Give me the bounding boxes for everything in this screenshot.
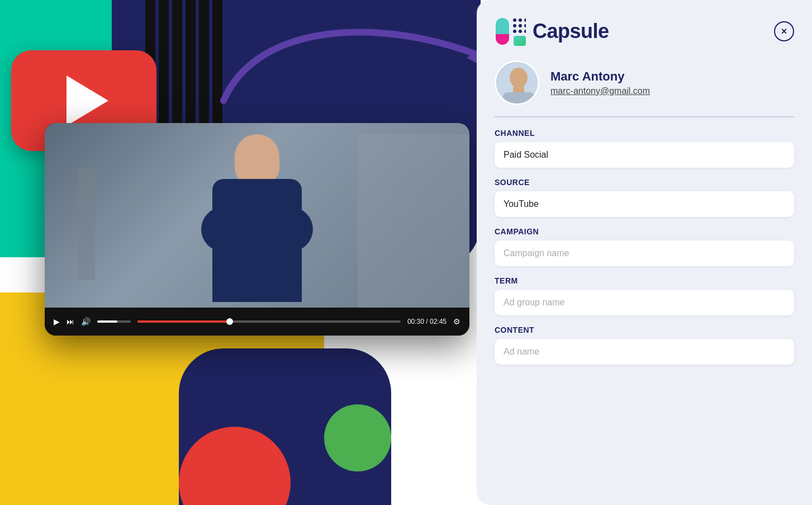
avatar-image bbox=[496, 62, 539, 105]
svg-rect-11 bbox=[514, 36, 526, 46]
svg-point-5 bbox=[513, 24, 516, 27]
progress-bar[interactable] bbox=[137, 320, 401, 323]
avatar bbox=[495, 60, 539, 105]
svg-point-8 bbox=[513, 30, 516, 33]
play-button[interactable]: ▶ bbox=[54, 317, 60, 326]
svg-point-6 bbox=[519, 24, 522, 27]
user-section: Marc Antony marc-antony@gmail.com bbox=[495, 60, 794, 117]
channel-field-group: CHANNEL bbox=[495, 129, 794, 168]
left-panel: ▶ ⏭ 🔊 00:30 / 02:45 ⚙ bbox=[0, 0, 481, 505]
term-label: TERM bbox=[495, 276, 794, 285]
bg-green-circle-shape bbox=[324, 404, 391, 471]
person-figure bbox=[196, 134, 319, 308]
video-controls: ▶ ⏭ 🔊 00:30 / 02:45 ⚙ bbox=[45, 308, 469, 336]
user-name: Marc Antony bbox=[550, 69, 794, 84]
volume-fill bbox=[97, 320, 117, 323]
volume-bar[interactable] bbox=[97, 320, 131, 323]
video-frame bbox=[45, 123, 469, 308]
svg-point-3 bbox=[519, 18, 522, 22]
source-field-group: SOURCE bbox=[495, 178, 794, 217]
svg-point-2 bbox=[513, 18, 516, 22]
content-label: CONTENT bbox=[495, 325, 794, 334]
person-head bbox=[235, 134, 279, 185]
capsule-panel: Capsule × Marc Antony marc-antony@gmail.… bbox=[477, 0, 812, 505]
svg-rect-1 bbox=[496, 18, 509, 45]
capsule-header: Capsule × bbox=[495, 16, 794, 47]
arrow-decoration bbox=[212, 11, 481, 123]
campaign-field-group: CAMPAIGN bbox=[495, 227, 794, 266]
channel-label: CHANNEL bbox=[495, 129, 794, 138]
youtube-play-icon bbox=[67, 75, 108, 126]
shelf-background bbox=[358, 134, 469, 308]
capsule-logo-icon bbox=[495, 16, 526, 47]
video-player[interactable]: ▶ ⏭ 🔊 00:30 / 02:45 ⚙ bbox=[45, 123, 469, 336]
next-button[interactable]: ⏭ bbox=[67, 317, 74, 326]
user-info: Marc Antony marc-antony@gmail.com bbox=[550, 69, 794, 96]
source-label: SOURCE bbox=[495, 178, 794, 187]
lamp-decoration bbox=[78, 168, 95, 280]
term-input[interactable] bbox=[495, 290, 794, 315]
campaign-input[interactable] bbox=[495, 240, 794, 266]
capsule-logo-area: Capsule bbox=[495, 16, 609, 47]
svg-point-4 bbox=[524, 18, 526, 22]
progress-fill bbox=[137, 320, 230, 323]
close-button[interactable]: × bbox=[774, 21, 794, 41]
svg-point-10 bbox=[524, 30, 526, 33]
svg-point-7 bbox=[524, 24, 526, 27]
content-field-group: CONTENT bbox=[495, 325, 794, 365]
channel-input[interactable] bbox=[495, 142, 794, 168]
svg-point-13 bbox=[510, 68, 528, 88]
settings-icon[interactable]: ⚙ bbox=[453, 317, 460, 326]
volume-icon[interactable]: 🔊 bbox=[81, 317, 91, 326]
app-title: Capsule bbox=[533, 20, 609, 43]
time-display: 00:30 / 02:45 bbox=[407, 318, 447, 325]
user-email: marc-antony@gmail.com bbox=[550, 86, 794, 96]
term-field-group: TERM bbox=[495, 276, 794, 315]
source-input[interactable] bbox=[495, 191, 794, 217]
svg-point-9 bbox=[519, 30, 522, 33]
progress-thumb bbox=[226, 318, 233, 325]
person-arms bbox=[201, 207, 313, 252]
campaign-label: CAMPAIGN bbox=[495, 227, 794, 236]
content-input[interactable] bbox=[495, 339, 794, 365]
svg-rect-15 bbox=[503, 92, 534, 105]
